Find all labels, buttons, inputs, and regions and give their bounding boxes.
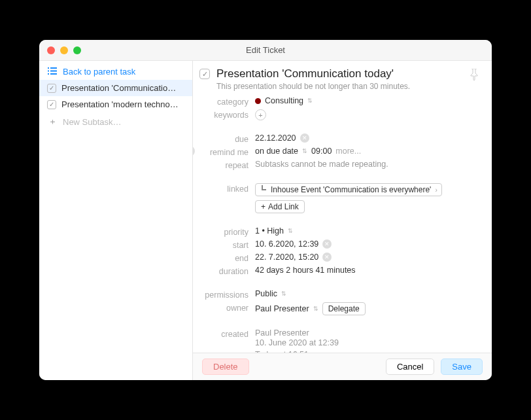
fields-grid: category Consulting ⇅ keywords + due 22.… xyxy=(199,96,481,353)
titlebar: Edit Ticket xyxy=(39,40,492,61)
link-arrow-icon xyxy=(260,185,267,194)
keywords-value[interactable]: + xyxy=(255,109,481,120)
ticket-checkbox[interactable]: ✓ xyxy=(199,69,210,79)
add-link-button[interactable]: + Add Link xyxy=(255,200,305,213)
label-due: due xyxy=(199,133,255,144)
window-title: Edit Ticket xyxy=(39,45,492,55)
stepper-icon[interactable]: ⇅ xyxy=(281,291,286,297)
sidebar-item-1[interactable]: ✓ Presentation 'modern techno… xyxy=(39,96,192,113)
cancel-button[interactable]: Cancel xyxy=(386,359,434,375)
remind-time: 09:00 xyxy=(311,147,332,156)
label-owner: owner xyxy=(199,302,255,313)
ticket-title[interactable]: Presentation 'Communication today' xyxy=(216,67,460,80)
due-date: 22.12.2020 xyxy=(255,133,296,143)
back-label: Back to parent task xyxy=(63,67,184,77)
label-keywords: keywords xyxy=(199,109,255,120)
svg-rect-1 xyxy=(50,67,57,69)
plus-icon: + xyxy=(261,202,266,211)
plus-icon: ＋ xyxy=(47,116,58,128)
chevron-right-icon: › xyxy=(435,186,437,194)
end-text: 22. 7.2020, 15:20 xyxy=(255,253,318,262)
repeat-note: Subtasks cannot be made repeating. xyxy=(255,160,481,169)
save-button[interactable]: Save xyxy=(441,359,483,375)
label-created: created xyxy=(199,328,255,339)
remove-reminder-button[interactable]: − xyxy=(193,146,195,156)
delegate-button[interactable]: Delegate xyxy=(322,302,366,315)
content-area: ✓ Presentation 'Communication today' Thi… xyxy=(193,61,492,353)
clear-start-button[interactable]: ✕ xyxy=(322,239,332,249)
sidebar: Back to parent task ✓ Presentation 'Comm… xyxy=(39,61,193,380)
remind-more-link[interactable]: more... xyxy=(335,147,361,156)
checkbox-icon[interactable]: ✓ xyxy=(47,84,56,93)
duration-value: 42 days 2 hours 41 minutes xyxy=(255,266,481,275)
traffic-lights xyxy=(39,46,81,54)
svg-rect-2 xyxy=(48,71,49,72)
start-text: 10. 6.2020, 12:39 xyxy=(255,239,318,249)
new-subtask-label: New Subtask… xyxy=(63,117,184,127)
owner-text: Paul Presenter xyxy=(255,304,309,313)
close-window-button[interactable] xyxy=(47,46,55,54)
created-at: 10. June 2020 at 12:39 xyxy=(255,338,339,347)
category-text: Consulting xyxy=(265,96,303,105)
sidebar-item-label: Presentation 'Communicatio… xyxy=(61,83,184,93)
minimize-window-button[interactable] xyxy=(60,46,68,54)
end-value[interactable]: 22. 7.2020, 15:20 ✕ xyxy=(255,253,481,262)
remind-value[interactable]: − on due date ⇅ 09:00 more... xyxy=(255,147,481,156)
created-value: Paul Presenter 10. June 2020 at 12:39 xyxy=(255,328,481,347)
clear-end-button[interactable]: ✕ xyxy=(322,253,332,262)
back-to-parent-link[interactable]: Back to parent task xyxy=(39,63,192,80)
label-start: start xyxy=(199,239,255,250)
svg-rect-0 xyxy=(48,67,49,69)
main-panel: ✓ Presentation 'Communication today' Thi… xyxy=(193,61,492,380)
permissions-text: Public xyxy=(255,289,277,298)
add-link-label: Add Link xyxy=(268,202,299,211)
priority-value[interactable]: 1 • High ⇅ xyxy=(255,226,481,236)
sidebar-item-0[interactable]: ✓ Presentation 'Communicatio… xyxy=(39,80,192,96)
category-color-dot xyxy=(255,98,261,104)
stepper-icon[interactable]: ⇅ xyxy=(288,228,293,234)
priority-text: 1 • High xyxy=(255,226,284,236)
add-keyword-button[interactable]: + xyxy=(255,109,266,120)
category-value[interactable]: Consulting ⇅ xyxy=(255,96,481,105)
start-value[interactable]: 10. 6.2020, 12:39 ✕ xyxy=(255,239,481,249)
footer: Delete Cancel Save xyxy=(193,353,492,380)
permissions-value[interactable]: Public ⇅ xyxy=(255,289,481,298)
svg-rect-5 xyxy=(50,73,57,75)
label-priority: priority xyxy=(199,226,255,237)
created-by: Paul Presenter xyxy=(255,328,309,338)
list-icon xyxy=(47,67,58,77)
label-category: category xyxy=(199,96,255,107)
owner-value[interactable]: Paul Presenter ⇅ Delegate xyxy=(255,302,481,315)
stepper-icon[interactable]: ⇅ xyxy=(307,98,313,104)
label-remind: remind me xyxy=(199,147,255,157)
title-group: Presentation 'Communication today' This … xyxy=(216,67,460,91)
linked-item-text: Inhouse Event 'Communication is everywhe… xyxy=(271,185,431,194)
new-subtask-button[interactable]: ＋ New Subtask… xyxy=(39,113,192,131)
label-repeat: repeat xyxy=(199,160,255,170)
sidebar-item-label: Presentation 'modern techno… xyxy=(61,99,184,109)
label-permissions: permissions xyxy=(199,289,255,300)
window-body: Back to parent task ✓ Presentation 'Comm… xyxy=(39,61,492,380)
svg-rect-4 xyxy=(48,73,49,75)
stepper-icon[interactable]: ⇅ xyxy=(313,306,318,312)
clear-due-button[interactable]: ✕ xyxy=(300,133,309,143)
ticket-subtitle[interactable]: This presentation should be not longer t… xyxy=(216,82,460,91)
stepper-icon[interactable]: ⇅ xyxy=(302,149,307,154)
linked-item-pill[interactable]: Inhouse Event 'Communication is everywhe… xyxy=(255,183,442,196)
ticket-header: ✓ Presentation 'Communication today' Thi… xyxy=(199,67,481,91)
delete-button[interactable]: Delete xyxy=(202,359,249,375)
linked-value: Inhouse Event 'Communication is everywhe… xyxy=(255,183,481,213)
label-linked: linked xyxy=(199,183,255,194)
pin-icon[interactable] xyxy=(467,67,481,84)
remind-option: on due date xyxy=(255,147,298,156)
window: Edit Ticket Back to parent task ✓ Presen… xyxy=(39,40,492,380)
zoom-window-button[interactable] xyxy=(73,46,81,54)
svg-rect-3 xyxy=(50,71,57,72)
label-end: end xyxy=(199,253,255,263)
label-duration: duration xyxy=(199,266,255,276)
due-value[interactable]: 22.12.2020 ✕ xyxy=(255,133,481,143)
checkbox-icon[interactable]: ✓ xyxy=(47,100,56,109)
